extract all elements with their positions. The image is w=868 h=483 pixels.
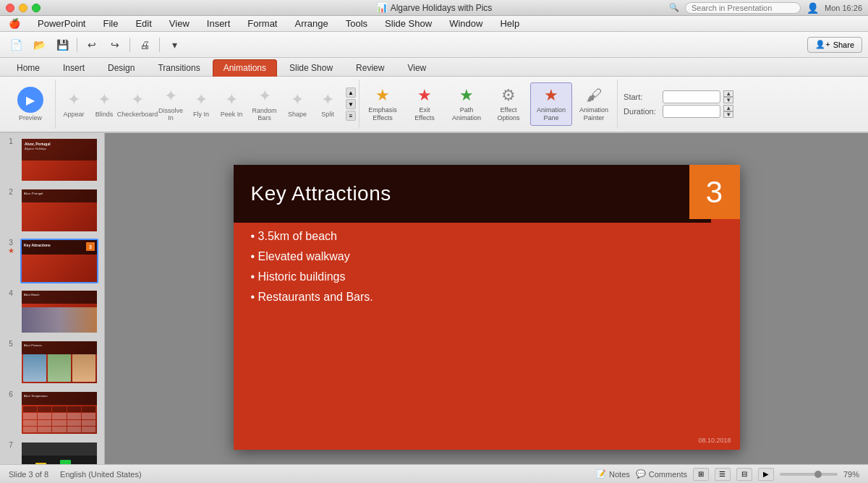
strip-scroll: ▲ ▼ ≡ (346, 87, 356, 121)
maximize-button[interactable] (32, 4, 41, 12)
comments-button[interactable]: 💬 Comments (636, 469, 687, 479)
view-normal[interactable]: ⊞ (693, 468, 709, 481)
save-button[interactable]: 💾 (52, 35, 72, 54)
tc-5 (82, 406, 95, 412)
anim-randombars[interactable]: ✦ Random Bars (247, 85, 282, 123)
search-input[interactable] (685, 2, 801, 14)
slide-item-5[interactable]: 5 Alvor Pictures (3, 338, 101, 386)
ribbon-tabs: Home Insert Design Transitions Animation… (0, 58, 868, 77)
preview-button[interactable]: ▶ Preview (12, 84, 49, 124)
tab-insert[interactable]: Insert (52, 59, 95, 77)
slide-1-thumbnail[interactable]: Alvor, Portugal Algarve Holidays (20, 137, 98, 182)
slide-3-thumbnail[interactable]: Key Attractions 3 (20, 239, 98, 283)
anim-flyin[interactable]: ✦ Fly In (186, 89, 216, 119)
animation-painter-button[interactable]: 🖌 AnimationPainter (574, 83, 614, 125)
zoom-handle[interactable] (814, 471, 822, 478)
open-button[interactable]: 📂 (29, 35, 49, 54)
slide-4-thumbnail[interactable]: Alvor Beach (20, 289, 98, 334)
menu-powerpoint[interactable]: PowerPoint (35, 17, 88, 30)
share-button[interactable]: 👤+ Home Share (807, 37, 862, 53)
slide-5-thumbnail[interactable]: Alvor Pictures (20, 340, 98, 385)
menu-window[interactable]: Window (446, 17, 485, 30)
start-input[interactable] (663, 90, 720, 103)
tab-transitions[interactable]: Transitions (147, 59, 210, 77)
tab-review[interactable]: Review (345, 59, 395, 77)
anim-blinds[interactable]: ✦ Blinds (89, 89, 119, 119)
anim-appear[interactable]: ✦ Appear (59, 89, 89, 119)
close-button[interactable] (6, 4, 14, 12)
tc-14 (67, 420, 81, 426)
tc-3 (52, 406, 66, 412)
undo-button[interactable]: ↩ (82, 35, 102, 54)
bullet-2: • Elevated walkway (251, 250, 373, 263)
menu-slideshow[interactable]: Slide Show (382, 17, 435, 30)
apple-menu[interactable]: 🍎 (6, 17, 23, 30)
slide-2-thumbnail[interactable]: Alvor, Portugal (20, 188, 98, 233)
anim-split[interactable]: ✦ Split (312, 89, 343, 119)
blinds-icon: ✦ (98, 90, 111, 109)
strip-scroll-down[interactable]: ▼ (346, 99, 356, 109)
tab-design[interactable]: Design (97, 59, 145, 77)
slide-4-img (22, 307, 97, 333)
zoom-slider[interactable] (780, 473, 838, 476)
tab-home[interactable]: Home (6, 59, 51, 77)
exit-effects-button[interactable]: ★ ExitEffects (404, 83, 445, 125)
slide-6-thumbnail[interactable]: Alvor Temperature (20, 390, 98, 435)
minimize-button[interactable] (19, 4, 27, 12)
slide-6-table (23, 406, 95, 432)
strip-scroll-more[interactable]: ≡ (346, 111, 356, 121)
slide-canvas[interactable]: Key Attractions 3 • 3.5km of beach • Ele… (234, 165, 740, 450)
menu-edit[interactable]: Edit (132, 17, 154, 30)
tab-view[interactable]: View (396, 59, 437, 77)
anim-peekin[interactable]: ✦ Peek In (216, 89, 247, 119)
view-sorter[interactable]: ⊟ (736, 468, 752, 481)
slide-item-2[interactable]: 2 Alvor, Portugal (3, 187, 101, 234)
animation-pane-label: AnimationPane (537, 106, 566, 122)
menu-help[interactable]: Help (497, 17, 522, 30)
menu-view[interactable]: View (166, 17, 192, 30)
dissolve-icon: ✦ (164, 87, 177, 106)
strip-scroll-up[interactable]: ▲ (346, 87, 356, 98)
menu-file[interactable]: File (100, 17, 121, 30)
slide-3-number: 3 (9, 239, 13, 247)
menu-arrange[interactable]: Arrange (292, 17, 331, 30)
tab-slideshow[interactable]: Slide Show (278, 59, 344, 77)
slide-item-1[interactable]: 1 Alvor, Portugal Algarve Holidays (3, 136, 101, 184)
path-animation-button[interactable]: ★ PathAnimation (446, 83, 487, 125)
slide-item-4[interactable]: 4 Alvor Beach (3, 288, 101, 335)
view-outline[interactable]: ☰ (715, 468, 731, 481)
menu-format[interactable]: Format (244, 17, 280, 30)
anim-checkerboard[interactable]: ✦ Checkerboard (119, 89, 156, 119)
duration-step-down[interactable]: ▼ (723, 111, 733, 118)
slide-3-inner: Key Attractions 3 (22, 240, 97, 282)
bullet-3: • Historic buildings (251, 270, 373, 283)
anim-shape[interactable]: ✦ Shape (282, 89, 312, 119)
tc-16 (23, 427, 37, 432)
slide-5-number: 5 (9, 340, 13, 348)
view-presenter[interactable]: ▶ (758, 468, 774, 481)
language-info: English (United States) (60, 470, 142, 479)
start-step-up[interactable]: ▲ (723, 90, 733, 97)
slide-item-3[interactable]: 3 ★ Key Attractions 3 (3, 237, 101, 285)
slide-item-6[interactable]: 6 Alvor Temperature (3, 389, 101, 437)
redo-button[interactable]: ↪ (105, 35, 125, 54)
anim-dissolve[interactable]: ✦ Dissolve In (156, 85, 186, 123)
duration-input[interactable] (663, 105, 720, 118)
new-button[interactable]: 📄 (6, 35, 26, 54)
menu-insert[interactable]: Insert (204, 17, 234, 30)
emphasis-effects-button[interactable]: ★ EmphasisEffects (362, 83, 403, 125)
slide-1-title-text: Alvor, Portugal (25, 142, 51, 146)
slide-date: 08.10.2018 (698, 437, 731, 444)
animation-pane-button[interactable]: ★ AnimationPane (530, 82, 572, 126)
more-button[interactable]: ▾ (164, 35, 184, 54)
share-icon: 👤+ (815, 40, 830, 49)
effect-options-button[interactable]: ⚙ EffectOptions (488, 83, 529, 125)
start-step-down[interactable]: ▼ (723, 97, 733, 103)
notes-label: Notes (609, 470, 630, 479)
menu-tools[interactable]: Tools (343, 17, 370, 30)
duration-step-up[interactable]: ▲ (723, 105, 733, 111)
comments-icon: 💬 (636, 469, 646, 479)
tab-animations[interactable]: Animations (213, 59, 277, 77)
notes-button[interactable]: 📝 Notes (596, 469, 630, 479)
print-button[interactable]: 🖨 (135, 35, 155, 54)
